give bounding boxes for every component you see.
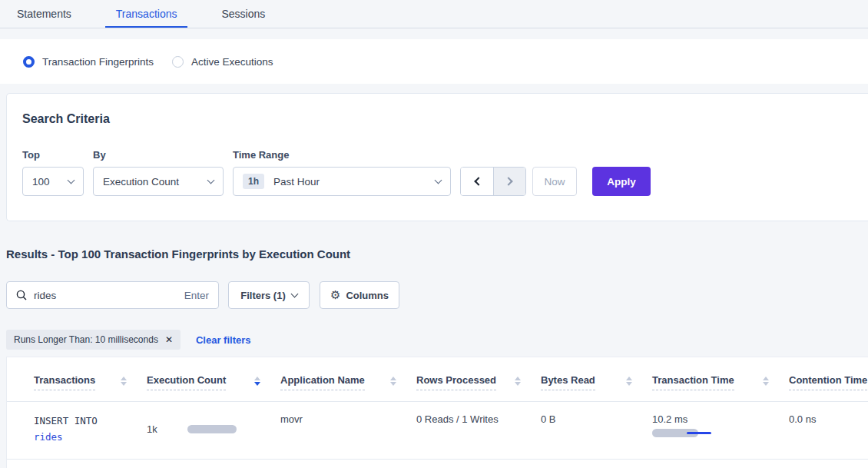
application-name-cell: movr	[280, 411, 416, 445]
transaction-statement: INSERT INTO	[34, 413, 147, 430]
chevron-down-icon	[290, 290, 298, 298]
time-range-field: Time Range 1h Past Hour	[233, 149, 451, 196]
remove-filter-icon[interactable]: ✕	[165, 334, 173, 345]
sort-icon-active-desc[interactable]	[254, 377, 260, 386]
column-header-rows-processed: Rows Processed	[416, 374, 541, 390]
sort-icon[interactable]	[515, 377, 521, 386]
top-label: Top	[22, 149, 84, 161]
top-field: Top 100	[22, 149, 84, 196]
results-table-card: Transactions Execution Count Application…	[6, 357, 868, 468]
by-select-value: Execution Count	[103, 176, 179, 188]
sort-icon[interactable]	[390, 377, 396, 386]
transaction-link[interactable]: rides	[34, 431, 63, 443]
tab-statements[interactable]: Statements	[6, 0, 82, 28]
table-header-row: Transactions Execution Count Application…	[7, 357, 868, 402]
table-row[interactable]: INSERT INTO rides 1k movr 0 Reads / 1 Wr…	[7, 402, 868, 460]
by-select[interactable]: Execution Count	[93, 167, 224, 196]
radio-active-executions[interactable]: Active Executions	[172, 56, 273, 68]
filters-button-label: Filters (1)	[240, 290, 286, 301]
by-label: By	[93, 149, 224, 161]
search-criteria-panel: Search Criteria Top 100 By Execution Cou…	[6, 93, 868, 221]
chevron-down-icon	[207, 177, 215, 184]
search-input[interactable]	[34, 290, 184, 301]
now-button[interactable]: Now	[532, 167, 577, 196]
column-header-execution-count: Execution Count	[147, 374, 280, 390]
tab-sessions[interactable]: Sessions	[210, 0, 276, 28]
gear-icon: ⚙	[330, 288, 340, 302]
time-range-select[interactable]: 1h Past Hour	[233, 167, 451, 196]
applied-filters-row: Runs Longer Than: 10 milliseconds ✕ Clea…	[6, 330, 868, 350]
tab-transactions[interactable]: Transactions	[105, 0, 188, 28]
time-range-badge: 1h	[243, 174, 264, 189]
radio-unselected-icon	[172, 56, 184, 68]
radio-selected-icon	[23, 56, 35, 68]
radio-label: Active Executions	[191, 56, 273, 68]
time-prev-button[interactable]	[461, 168, 493, 195]
transaction-fingerprint-cell: INSERT INTO rides	[34, 411, 147, 445]
by-field: By Execution Count	[93, 149, 224, 196]
sort-icon[interactable]	[121, 377, 127, 386]
chevron-down-icon	[435, 177, 442, 184]
time-range-label: Time Range	[233, 149, 451, 161]
time-range-value: Past Hour	[273, 176, 320, 188]
columns-button-label: Columns	[346, 290, 389, 301]
column-header-application-name: Application Name	[280, 374, 416, 390]
apply-button[interactable]: Apply	[592, 167, 651, 196]
chevron-down-icon	[68, 177, 75, 184]
rows-processed-cell: 0 Reads / 1 Writes	[416, 411, 541, 445]
chevron-right-icon	[504, 177, 512, 185]
transaction-time-bar-stddev	[687, 432, 711, 434]
bytes-read-cell: 0 B	[541, 411, 652, 445]
search-criteria-title: Search Criteria	[22, 112, 853, 126]
time-nav-group	[460, 167, 526, 196]
results-toolbar: Enter Filters (1) ⚙ Columns	[6, 281, 868, 309]
top-select-value: 100	[32, 176, 50, 188]
radio-label: Transaction Fingerprints	[42, 56, 154, 68]
transaction-time-cell: 10.2 ms	[652, 411, 789, 445]
column-header-transaction-time: Transaction Time	[652, 374, 789, 390]
view-mode-bar: Transaction Fingerprints Active Executio…	[0, 39, 868, 84]
search-box[interactable]: Enter	[6, 281, 219, 309]
column-header-bytes-read: Bytes Read	[541, 374, 652, 390]
filters-button[interactable]: Filters (1)	[228, 281, 310, 309]
clear-filters-link[interactable]: Clear filters	[196, 334, 251, 346]
transaction-time-bar	[652, 429, 714, 437]
column-header-transactions: Transactions	[34, 374, 147, 390]
contention-time-cell: 0.0 ns	[789, 411, 868, 445]
top-select[interactable]: 100	[22, 167, 84, 196]
time-next-button[interactable]	[493, 168, 525, 195]
sort-icon[interactable]	[626, 377, 632, 386]
execution-count-cell: 1k	[147, 411, 280, 445]
search-icon	[16, 290, 27, 300]
column-header-contention-time: Contention Time	[789, 374, 868, 390]
columns-button[interactable]: ⚙ Columns	[320, 281, 399, 309]
transaction-time-value: 10.2 ms	[652, 413, 789, 425]
execution-count-bar	[187, 425, 237, 433]
top-tabbar: Statements Transactions Sessions	[0, 0, 868, 28]
filter-chip-label: Runs Longer Than: 10 milliseconds	[14, 334, 158, 345]
radio-transaction-fingerprints[interactable]: Transaction Fingerprints	[23, 56, 154, 68]
filter-chip: Runs Longer Than: 10 milliseconds ✕	[6, 330, 181, 350]
execution-count-value: 1k	[147, 423, 187, 435]
sort-icon[interactable]	[763, 377, 769, 386]
results-heading: Results - Top 100 Transaction Fingerprin…	[6, 247, 868, 261]
enter-hint: Enter	[184, 290, 209, 301]
chevron-left-icon	[474, 177, 482, 185]
